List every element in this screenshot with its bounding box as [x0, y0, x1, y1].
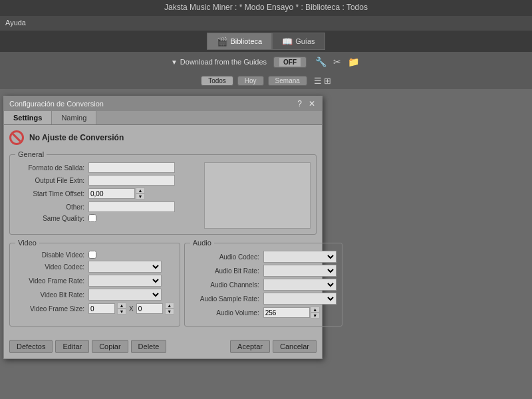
audio-sample-rate-label: Audio Sample Rate:: [190, 295, 263, 303]
footer-left-buttons: Defectos Editar Copiar Delete: [9, 340, 166, 353]
guias-icon: 📖: [282, 37, 293, 47]
grid-view-icon[interactable]: ⊞: [324, 76, 331, 86]
video-bit-rate-label: Video Bit Rate:: [15, 291, 88, 299]
editar-button[interactable]: Editar: [55, 340, 89, 353]
tab-naming[interactable]: Naming: [52, 111, 96, 124]
no-conversion-label: No Ajuste de Conversión: [29, 133, 124, 142]
delete-button[interactable]: Delete: [131, 340, 167, 353]
general-fieldset: General Formato de Salida: Output File E…: [9, 150, 317, 235]
filter-todos[interactable]: Todos: [201, 76, 233, 86]
defectos-button[interactable]: Defectos: [9, 340, 53, 353]
frame-size-w-arrows: ▲ ▼: [117, 303, 126, 315]
frame-x-label: X: [128, 305, 135, 313]
dialog-title: Configuración de Conversion: [9, 100, 104, 108]
frame-size-w-up[interactable]: ▲: [117, 303, 126, 309]
toolbar: ▼ Download from the Guides OFF 🔧 ✂ 📁: [0, 52, 532, 72]
filter-semana[interactable]: Semana: [268, 76, 307, 86]
video-bit-rate-select[interactable]: [88, 289, 162, 301]
audio-codec-label: Audio Codec:: [190, 253, 263, 261]
audio-volume-row: Audio Volume: ▲ ▼: [190, 307, 336, 319]
download-label[interactable]: Download from the Guides: [180, 58, 267, 66]
audio-volume-down[interactable]: ▼: [311, 313, 320, 319]
cancelar-button[interactable]: Cancelar: [273, 340, 317, 353]
no-conversion-row: No Ajuste de Conversión: [9, 130, 317, 145]
nav-tab-biblioteca-label: Biblioteca: [230, 37, 262, 45]
menu-bar: Ayuda: [0, 16, 532, 31]
dialog-controls: ? ✕: [296, 99, 317, 108]
frame-size-h-down[interactable]: ▼: [165, 309, 174, 315]
formato-salida-input[interactable]: [88, 162, 175, 173]
list-view-icon[interactable]: ☰: [314, 76, 322, 86]
video-codec-label: Video Codec:: [15, 263, 88, 271]
folder-icon[interactable]: 📁: [346, 56, 361, 68]
tab-settings[interactable]: Settings: [4, 111, 52, 124]
audio-sample-rate-row: Audio Sample Rate:: [190, 293, 336, 305]
other-row: Other:: [15, 201, 200, 212]
nav-tab-guias[interactable]: 📖 Guías: [272, 33, 325, 50]
general-legend: General: [15, 150, 47, 158]
other-input[interactable]: [88, 201, 175, 212]
nav-tab-guias-label: Guías: [295, 37, 315, 45]
start-time-up[interactable]: ▲: [136, 188, 145, 194]
video-codec-row: Video Codec:: [15, 261, 174, 273]
output-extn-label: Output File Extn:: [15, 177, 88, 184]
audio-fieldset: Audio Audio Codec: Audio Bit Rate: Audio…: [184, 239, 342, 327]
dropdown-arrow-icon: ▼: [171, 59, 178, 66]
nav-tab-biblioteca[interactable]: 🎬 Biblioteca: [207, 33, 272, 50]
general-preview-area: [204, 162, 311, 229]
audio-bit-rate-select[interactable]: [263, 265, 336, 277]
formato-salida-label: Formato de Salida:: [15, 164, 88, 172]
frame-size-h-up[interactable]: ▲: [165, 303, 174, 309]
audio-bit-rate-label: Audio Bit Rate:: [190, 267, 263, 275]
same-quality-label: Same Quality:: [15, 215, 88, 222]
audio-volume-spinbox: ▲ ▼: [263, 307, 320, 319]
title-bar: Jaksta Music Miner : * Modo Ensayo * : B…: [0, 0, 532, 16]
same-quality-row: Same Quality:: [15, 214, 200, 222]
audio-sample-rate-select[interactable]: [263, 293, 336, 305]
same-quality-checkbox[interactable]: [88, 214, 96, 222]
conversion-dialog: Configuración de Conversion ? ✕ Settings…: [3, 96, 323, 359]
audio-channels-select[interactable]: [263, 279, 336, 291]
formato-salida-row: Formato de Salida:: [15, 162, 200, 173]
frame-size-w-down[interactable]: ▼: [117, 309, 126, 315]
dialog-body: No Ajuste de Conversión General Formato …: [4, 125, 322, 336]
output-extn-row: Output File Extn:: [15, 175, 200, 186]
frame-size-width-input[interactable]: [88, 303, 115, 314]
dialog-title-bar: Configuración de Conversion ? ✕: [4, 96, 322, 111]
video-frame-rate-select[interactable]: [88, 275, 162, 287]
audio-volume-up[interactable]: ▲: [311, 307, 320, 313]
disable-video-checkbox[interactable]: [88, 251, 96, 259]
video-codec-select[interactable]: [88, 261, 162, 273]
toggle-button[interactable]: OFF: [273, 57, 307, 68]
frame-size-height-input[interactable]: [136, 303, 163, 314]
audio-bit-rate-row: Audio Bit Rate:: [190, 265, 336, 277]
close-button[interactable]: ✕: [307, 99, 317, 108]
wrench-icon[interactable]: 🔧: [313, 56, 329, 68]
audio-codec-select[interactable]: [263, 251, 336, 263]
aceptar-button[interactable]: Aceptar: [230, 340, 270, 353]
toolbar-icons: 🔧 ✂ 📁: [313, 56, 361, 68]
dialog-footer: Defectos Editar Copiar Delete Aceptar Ca…: [4, 336, 322, 358]
start-time-arrows: ▲ ▼: [136, 188, 145, 200]
download-section: ▼ Download from the Guides: [171, 58, 267, 66]
scissors-icon[interactable]: ✂: [331, 56, 343, 68]
view-icons: ☰ ⊞: [314, 76, 331, 86]
filter-hoy[interactable]: Hoy: [237, 76, 264, 86]
audio-volume-input[interactable]: [263, 307, 310, 318]
frame-size-h-arrows: ▲ ▼: [165, 303, 174, 315]
top-nav: 🎬 Biblioteca 📖 Guías: [0, 31, 532, 52]
audio-legend: Audio: [190, 239, 214, 247]
audio-channels-label: Audio Channels:: [190, 281, 263, 289]
start-time-input[interactable]: [88, 188, 135, 199]
main-area: Configuración de Conversion ? ✕ Settings…: [0, 89, 532, 399]
video-frame-rate-label: Video Frame Rate:: [15, 277, 88, 285]
output-extn-input[interactable]: [88, 175, 175, 186]
start-time-down[interactable]: ▼: [136, 194, 145, 200]
biblioteca-icon: 🎬: [217, 37, 227, 47]
help-button[interactable]: ?: [296, 99, 303, 108]
audio-channels-row: Audio Channels:: [190, 279, 336, 291]
disable-video-label: Disable Video:: [15, 251, 88, 259]
menu-ayuda[interactable]: Ayuda: [5, 19, 26, 27]
video-legend: Video: [15, 239, 39, 247]
copiar-button[interactable]: Copiar: [92, 340, 128, 353]
